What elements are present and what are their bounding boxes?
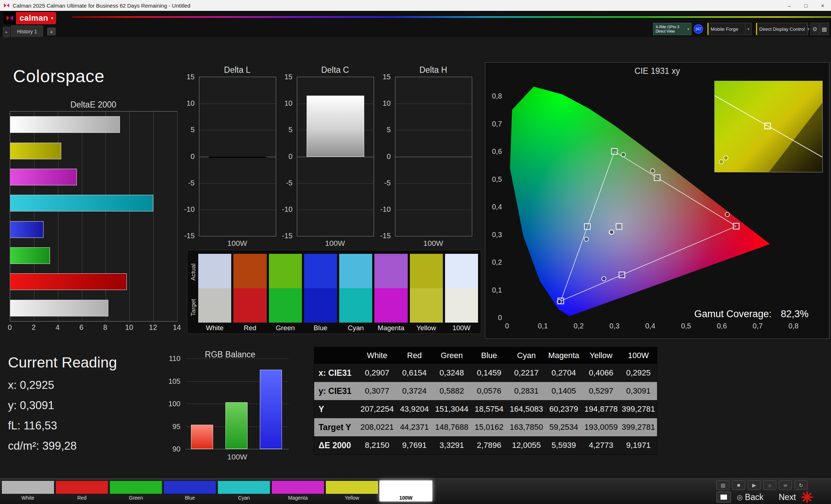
pattern-swatch — [1, 480, 54, 494]
rgb-balance-footer: 100W — [186, 453, 289, 461]
pattern-swatch — [271, 480, 324, 494]
pattern-swatch — [379, 480, 432, 494]
delta-axis-tick: -5 — [278, 178, 292, 187]
pattern-button-red[interactable]: Red — [55, 480, 108, 501]
add-tab-button[interactable]: + — [47, 28, 56, 35]
actual-swatch — [339, 254, 372, 288]
table-cell: 163,7850 — [508, 418, 545, 436]
pattern-button-white[interactable]: White — [1, 480, 54, 501]
close-button[interactable]: × — [814, 0, 831, 11]
meter-status-badge[interactable]: 347 — [694, 24, 703, 34]
maximize-button[interactable]: □ — [798, 0, 814, 11]
swatch-column-blue: Blue — [304, 254, 337, 332]
gamut-coverage: Gamut Coverage: 82,3% — [694, 308, 809, 320]
delta-l-chart — [199, 77, 276, 236]
chevron-down-icon: ▾ — [745, 23, 751, 35]
actual-swatch — [445, 254, 478, 288]
rgb-axis-tick: 105 — [162, 377, 180, 385]
actual-swatch — [269, 254, 302, 288]
measured-point — [557, 299, 561, 304]
play-icon[interactable]: ▶ — [748, 480, 761, 490]
cie-zoom-inset — [714, 81, 823, 172]
table-header: Cyan — [508, 347, 545, 364]
chevron-down-icon: ▾ — [807, 23, 810, 35]
window-title: Calman 2025 Calman Ultimate for Business… — [13, 3, 190, 9]
deltae-axis-tick: 14 — [173, 323, 181, 332]
table-cell: 18,5754 — [470, 400, 508, 418]
calman-butterfly-icon — [4, 12, 16, 24]
back-button[interactable]: Back — [745, 492, 764, 502]
pattern-button-blue[interactable]: Blue — [163, 480, 216, 501]
table-header: Red — [396, 347, 433, 364]
display-capture-icon[interactable]: ▤ — [716, 480, 730, 490]
next-button[interactable]: Next — [779, 492, 796, 502]
deltae-chart — [10, 111, 178, 322]
actual-swatch — [374, 254, 407, 288]
cie-1931-panel: 00,10,20,30,40,50,60,70,80,80,70,60,50,4… — [485, 62, 830, 339]
calman-logo-menu[interactable]: calman ▾ — [4, 12, 56, 24]
app-header: calman ▾ ▸ History 1 + X-Rite i1Pro 3Dir… — [0, 11, 831, 37]
display-control-button[interactable]: Direct Display Control ▾ — [756, 23, 808, 35]
table-cell: 43,9204 — [396, 400, 433, 418]
table-cell: 8,2150 — [358, 436, 396, 454]
delta-c-chart — [297, 77, 374, 236]
workflow-panel-arrow[interactable]: ▸ — [3, 27, 10, 37]
pattern-swatch — [325, 480, 378, 494]
rgb-axis-tick: 95 — [162, 422, 180, 430]
delta-gridline — [297, 183, 374, 184]
pattern-label: White — [1, 494, 54, 501]
deltae-gridline — [177, 112, 178, 321]
cie-axis-tick: 0,4 — [645, 322, 655, 330]
target-marker — [616, 223, 622, 229]
reading-x: x: 0,2925 — [8, 379, 54, 392]
delta-axis-tick: 5 — [376, 126, 391, 134]
table-header: White — [358, 347, 396, 364]
table-header — [314, 347, 358, 364]
rgb-axis-tick: 100 — [162, 400, 180, 408]
delta-c-title: Delta C — [297, 65, 373, 75]
pattern-button-cyan[interactable]: Cyan — [217, 480, 270, 501]
swatch-column-green: Green — [269, 254, 302, 332]
measured-point — [610, 230, 614, 234]
layout-button[interactable]: ▦ — [820, 23, 829, 35]
link-icon[interactable]: ∞ — [779, 480, 792, 490]
table-cell: 0,5882 — [433, 382, 470, 400]
cie-axis-tick: 0,4 — [492, 203, 502, 211]
delta-gridline — [395, 183, 472, 184]
source-select-button[interactable]: Mobile Forge ▾ — [707, 23, 752, 35]
settings-gear-button[interactable]: ⚙ — [810, 23, 819, 35]
chevron-down-icon: ▾ — [50, 12, 56, 24]
cie-axis-tick: 0,3 — [492, 231, 502, 239]
delta-gridline — [395, 157, 472, 157]
pattern-button-green[interactable]: Green — [109, 480, 162, 501]
pattern-window-button[interactable] — [716, 492, 731, 503]
refresh-icon[interactable]: ↻ — [794, 480, 807, 490]
deltae-bar-magenta — [10, 169, 77, 185]
pattern-swatch — [109, 480, 162, 494]
pattern-button-yellow[interactable]: Yellow — [325, 480, 378, 501]
table-cell: 0,6154 — [396, 364, 433, 382]
pattern-button-magenta[interactable]: Magenta — [271, 480, 324, 501]
swatch-label: Red — [233, 323, 266, 332]
swatch-column-100w: 100W — [445, 254, 478, 332]
cie-axis-tick: 0,6 — [717, 322, 727, 330]
busy-asterisk-icon — [801, 491, 813, 503]
table-row-label: ΔE 2000 — [314, 436, 358, 454]
meter-select-button[interactable]: X-Rite i1Pro 3Direct View ▾ — [653, 23, 691, 35]
deltae-bar-green — [10, 247, 50, 264]
rgb-bar-red — [191, 425, 213, 449]
swatch-columns: WhiteRedGreenBlueCyanMagentaYellow100W — [198, 254, 478, 332]
table-cell: 0,3248 — [433, 364, 470, 382]
reading-fl: fL: 116,53 — [8, 419, 57, 432]
deltae-axis-tick: 0 — [8, 323, 12, 332]
delta-gridline — [199, 210, 276, 210]
cie-axis-tick: 0,7 — [753, 322, 763, 330]
home-icon[interactable]: ⌂ — [763, 480, 776, 490]
pattern-button-100w[interactable]: 100W — [379, 480, 432, 501]
stop-icon[interactable]: ■ — [732, 480, 745, 490]
deltae-axis-tick: 6 — [79, 323, 83, 332]
delta-gridline — [395, 210, 472, 210]
tab-history-1[interactable]: History 1 — [11, 25, 43, 37]
cie-axis-tick: 0,3 — [610, 322, 620, 330]
minimize-button[interactable]: – — [781, 0, 798, 11]
